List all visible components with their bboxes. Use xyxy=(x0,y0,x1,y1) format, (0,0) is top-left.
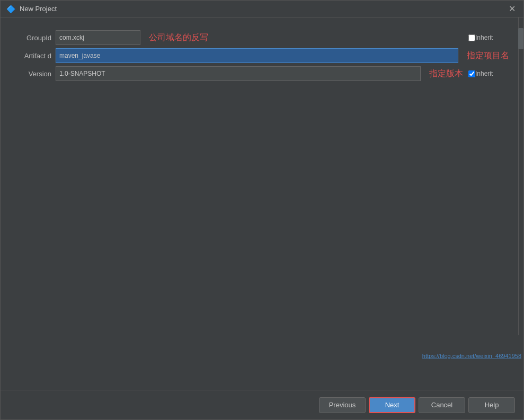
artifactid-row: Artifact d 指定项目名 xyxy=(13,48,511,63)
dialog-content: GroupId 公司域名的反写 Inherit Artifact d 指定项目名 xyxy=(1,17,523,390)
groupid-input[interactable] xyxy=(56,30,140,45)
app-icon: 🔷 xyxy=(6,4,15,14)
new-project-dialog: 🔷 New Project ✕ GroupId 公司域名的反写 Inherit xyxy=(0,0,524,420)
url-watermark: https://blog.csdn.net/weixin_46941958 xyxy=(422,353,523,359)
version-label: Version xyxy=(13,70,56,78)
artifactid-label: Artifact d xyxy=(13,52,56,60)
title-bar-text: New Project xyxy=(20,5,505,13)
version-inherit-area: Inherit xyxy=(468,70,511,77)
version-row: Version 指定版本 Inherit xyxy=(13,66,511,81)
groupid-inherit-checkbox[interactable] xyxy=(468,34,475,41)
artifactid-input[interactable] xyxy=(56,48,458,63)
groupid-label: GroupId xyxy=(13,34,56,42)
cancel-button[interactable]: Cancel xyxy=(419,397,465,413)
groupid-row: GroupId 公司域名的反写 Inherit xyxy=(13,30,511,45)
groupid-inherit-area: Inherit xyxy=(468,34,511,41)
button-bar: Previous Next Cancel Help xyxy=(1,390,523,419)
version-input[interactable] xyxy=(56,66,421,81)
version-inherit-checkbox[interactable] xyxy=(468,70,475,77)
groupid-inherit-label: Inherit xyxy=(475,34,493,41)
groupid-annotation: 公司域名的反写 xyxy=(149,32,208,43)
next-button[interactable]: Next xyxy=(369,397,415,413)
form-section: GroupId 公司域名的反写 Inherit Artifact d 指定项目名 xyxy=(13,28,511,81)
close-button[interactable]: ✕ xyxy=(505,3,518,15)
title-bar: 🔷 New Project ✕ xyxy=(1,1,523,17)
version-inherit-label: Inherit xyxy=(475,70,493,77)
version-annotation: 指定版本 xyxy=(429,68,463,79)
help-button[interactable]: Help xyxy=(468,397,515,413)
previous-button[interactable]: Previous xyxy=(319,397,366,413)
artifactid-annotation: 指定项目名 xyxy=(467,50,509,61)
